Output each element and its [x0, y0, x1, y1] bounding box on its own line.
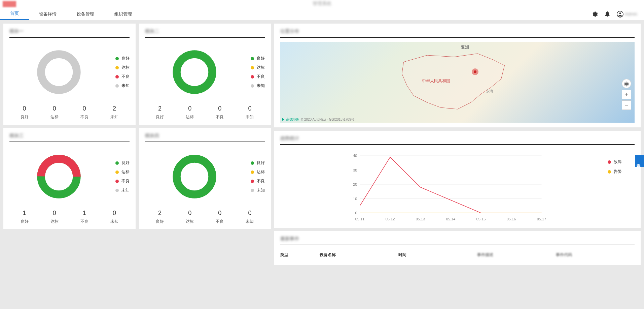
- status-card-1: 模块一 良好 达标 不良 未知 0良好 0达标 0不良 2未知: [3, 24, 136, 125]
- legend: 良好 达标 不良 未知: [115, 56, 130, 89]
- card-title: 模块四: [145, 133, 159, 138]
- nav-tabs: 首页 设备详情 设备管理 组织管理: [0, 8, 142, 20]
- svg-text:05.14: 05.14: [446, 217, 456, 221]
- th-desc: 事件描述: [477, 252, 556, 258]
- map-canvas[interactable]: 亚洲 中华人民共和国 东海 ◉ + − ▶ 高德地图 © 2020 AutoNa…: [280, 42, 635, 123]
- donut-chart-3: [35, 153, 82, 200]
- svg-text:10: 10: [353, 197, 357, 201]
- svg-text:05.11: 05.11: [355, 217, 365, 221]
- nav-tab-device-detail[interactable]: 设备详情: [29, 8, 67, 20]
- content: 模块一 良好 达标 不良 未知 0良好 0达标 0不良 2未知: [0, 20, 644, 269]
- user-menu[interactable]: Admin: [617, 11, 637, 18]
- map-label-continent: 亚洲: [461, 44, 469, 50]
- svg-text:05.17: 05.17: [537, 217, 546, 221]
- th-type: 类型: [280, 252, 320, 258]
- card-title: 模块二: [145, 28, 159, 34]
- map-controls: ◉ + −: [622, 79, 631, 110]
- donut-chart-4: [171, 153, 218, 200]
- stats-row: 0良好 0达标 0不良 2未知: [9, 105, 130, 120]
- map-zoom-in-button[interactable]: +: [622, 90, 631, 99]
- line-chart: 01020304005.1105.1205.1305.1405.1505.160…: [280, 149, 608, 223]
- svg-point-6: [177, 159, 212, 194]
- app-title: 管理系统: [313, 1, 331, 7]
- nav-right: Admin: [591, 11, 644, 18]
- nav-tab-device-manage[interactable]: 设备管理: [67, 8, 104, 20]
- online-help-button[interactable]: 在线咨询: [635, 155, 644, 167]
- left-column: 模块一 良好 达标 不良 未知 0良好 0达标 0不良 2未知: [3, 24, 271, 265]
- svg-point-1: [619, 12, 621, 14]
- status-card-2: 模块二 良好 达标 不良 未知 2良好 0达标 0不良 0未知: [139, 24, 271, 125]
- nav-tab-org-manage[interactable]: 组织管理: [104, 8, 142, 20]
- card-title: 位置分布: [280, 28, 299, 34]
- map-label-country: 中华人民共和国: [422, 78, 450, 84]
- dot-pass: [115, 66, 119, 69]
- svg-text:05.13: 05.13: [416, 217, 425, 221]
- app-logo: [3, 1, 16, 7]
- status-card-3: 模块三 良好 达标 不良 未知 1良好 0达标 1不良 0未知: [3, 128, 136, 229]
- svg-point-3: [177, 54, 212, 90]
- svg-text:40: 40: [353, 154, 357, 158]
- card-title: 模块三: [9, 133, 24, 138]
- map-label-sea: 东海: [486, 89, 493, 94]
- svg-text:05.12: 05.12: [386, 217, 395, 221]
- svg-text:0: 0: [355, 211, 357, 215]
- card-title: 最新事件: [280, 236, 299, 241]
- navbar: 管理系统 首页 设备详情 设备管理 组织管理 Admin: [0, 8, 644, 20]
- map-svg: [280, 42, 635, 123]
- dot-fault: [608, 160, 611, 164]
- gear-icon[interactable]: [591, 11, 598, 18]
- dot-unknown: [115, 84, 119, 88]
- dot-good: [115, 57, 119, 60]
- th-code: 事件代码: [556, 252, 635, 258]
- status-card-4: 模块四 良好 达标 不良 未知 2良好 0达标 0不良 0未知: [139, 128, 271, 229]
- table-header: 类型 设备名称 时间 事件描述 事件代码: [280, 249, 635, 260]
- th-device: 设备名称: [320, 252, 398, 258]
- map-attribution: ▶ 高德地图 © 2020 AutoNavi - GS(2018)1709号: [282, 117, 354, 122]
- bell-icon[interactable]: [604, 11, 611, 18]
- map-zoom-out-button[interactable]: −: [622, 100, 631, 110]
- chart-legend: 故障 告警: [608, 149, 635, 223]
- svg-text:20: 20: [353, 182, 357, 186]
- dot-alarm: [608, 170, 611, 174]
- nav-tab-home[interactable]: 首页: [0, 8, 29, 20]
- dot-bad: [115, 75, 119, 79]
- map-locate-button[interactable]: ◉: [622, 79, 631, 88]
- svg-point-2: [41, 54, 77, 90]
- svg-text:05.15: 05.15: [476, 217, 486, 221]
- donut-chart-2: [171, 49, 218, 96]
- donut-chart-1: [35, 49, 82, 96]
- card-title: 模块一: [9, 28, 24, 34]
- user-icon: [617, 11, 623, 18]
- th-time: 时间: [398, 252, 477, 258]
- user-name: Admin: [625, 11, 637, 17]
- map-card: 位置分布 亚洲 中华人民共和国 东海 ◉ + − ▶ 高德地图 © 2020 A…: [274, 24, 641, 127]
- card-title: 趋势统计: [280, 135, 299, 141]
- svg-text:30: 30: [353, 168, 357, 172]
- right-column: 位置分布 亚洲 中华人民共和国 东海 ◉ + − ▶ 高德地图 © 2020 A…: [274, 24, 641, 265]
- line-chart-card: 趋势统计 01020304005.1105.1205.1305.1405.150…: [274, 131, 641, 228]
- map-marker[interactable]: [472, 68, 478, 75]
- latest-events-card: 最新事件 类型 设备名称 时间 事件描述 事件代码: [274, 231, 641, 265]
- svg-text:05.16: 05.16: [507, 217, 516, 221]
